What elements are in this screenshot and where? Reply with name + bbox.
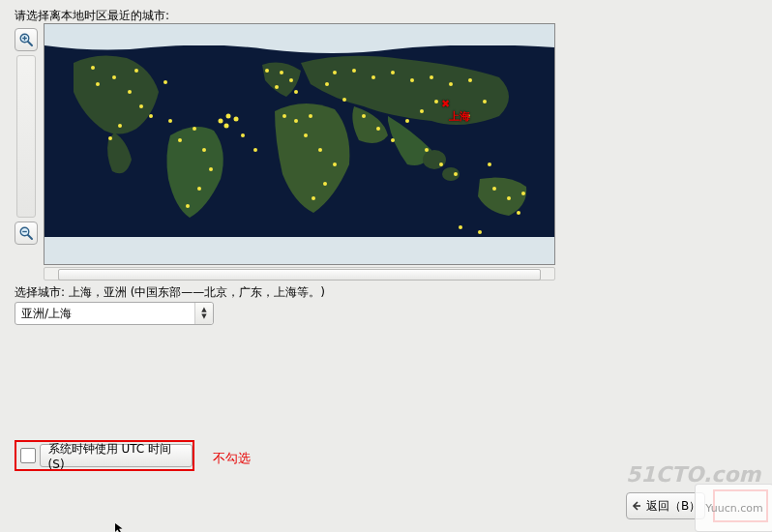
svg-point-57 (439, 163, 443, 166)
timezone-value: 亚洲/上海 (21, 306, 72, 322)
world-map[interactable]: ✖ 上海 (44, 23, 555, 265)
svg-point-41 (312, 196, 315, 200)
svg-point-56 (425, 148, 429, 152)
svg-point-52 (391, 138, 395, 142)
zoom-out-icon (18, 225, 34, 241)
svg-point-21 (202, 148, 206, 152)
utc-label: 系统时钟使用 UTC 时间(S) (48, 441, 184, 471)
svg-point-46 (410, 78, 414, 82)
svg-point-63 (517, 211, 520, 215)
svg-point-32 (275, 85, 279, 89)
select-spinner[interactable]: ▲ ▼ (194, 303, 213, 324)
scrollbar-thumb[interactable] (58, 269, 541, 281)
svg-point-66 (91, 66, 95, 70)
svg-point-20 (193, 127, 196, 131)
annotation-text: 不勾选 (213, 450, 251, 467)
svg-point-42 (333, 71, 337, 74)
svg-point-64 (478, 230, 482, 234)
svg-point-34 (282, 114, 286, 118)
svg-point-33 (294, 90, 298, 94)
svg-point-40 (323, 182, 327, 186)
selected-city-text: 选择城市: 上海，亚洲 (中国东部——北京，广东，上海等。) (15, 284, 325, 301)
svg-point-69 (241, 133, 245, 137)
world-map-svg (45, 24, 554, 264)
svg-point-51 (376, 127, 380, 131)
zoom-out-button[interactable] (15, 222, 38, 245)
svg-point-50 (362, 114, 366, 118)
svg-point-22 (209, 167, 213, 171)
svg-point-67 (134, 69, 138, 73)
svg-point-35 (294, 119, 298, 123)
svg-point-75 (163, 80, 167, 84)
svg-point-15 (139, 104, 143, 108)
svg-point-55 (434, 100, 438, 103)
svg-point-17 (118, 124, 122, 128)
svg-point-30 (280, 71, 283, 74)
svg-point-59 (488, 163, 491, 166)
svg-point-61 (507, 196, 511, 200)
svg-point-72 (325, 82, 329, 86)
watermark-51cto: 51CTO.com (626, 462, 760, 487)
svg-point-36 (309, 114, 312, 118)
svg-rect-9 (45, 237, 554, 264)
svg-point-65 (459, 225, 462, 229)
svg-point-14 (128, 90, 132, 94)
arrow-left-icon (631, 500, 642, 512)
svg-line-5 (28, 235, 32, 239)
back-button[interactable]: 返回（B） (626, 492, 705, 519)
svg-point-58 (454, 172, 458, 176)
utc-highlight-box: 系统时钟使用 UTC 时间(S) (15, 440, 194, 471)
svg-point-24 (186, 204, 190, 208)
svg-point-19 (178, 138, 182, 142)
svg-point-54 (420, 109, 424, 113)
svg-point-18 (108, 136, 112, 140)
svg-point-16 (149, 114, 153, 118)
zoom-in-button[interactable] (15, 28, 38, 51)
map-horizontal-scrollbar[interactable] (44, 267, 555, 281)
svg-point-25 (219, 119, 223, 124)
svg-point-47 (430, 75, 433, 79)
svg-point-53 (405, 119, 409, 123)
zoom-in-icon (18, 32, 34, 47)
svg-point-60 (492, 187, 496, 191)
zoom-slider-track[interactable] (16, 55, 36, 218)
svg-line-1 (28, 42, 32, 45)
chevron-down-icon: ▼ (201, 313, 206, 320)
utc-checkbox-label-button[interactable]: 系统时钟使用 UTC 时间(S) (40, 444, 193, 467)
svg-point-37 (304, 133, 308, 137)
svg-point-48 (449, 82, 453, 86)
svg-point-12 (96, 82, 100, 86)
svg-point-62 (521, 192, 525, 195)
svg-point-70 (253, 148, 257, 152)
timezone-select[interactable]: 亚洲/上海 ▲ ▼ (15, 302, 214, 325)
utc-checkbox[interactable] (20, 448, 36, 463)
svg-point-39 (333, 163, 337, 166)
svg-point-49 (468, 78, 472, 82)
svg-point-45 (391, 71, 395, 74)
svg-point-26 (226, 114, 231, 119)
svg-point-27 (234, 117, 239, 122)
svg-point-31 (289, 78, 293, 82)
svg-point-38 (318, 148, 322, 152)
svg-point-71 (342, 98, 346, 102)
svg-point-10 (423, 150, 446, 169)
svg-point-28 (224, 124, 229, 129)
svg-point-43 (352, 69, 356, 73)
selected-city-label: 上海 (449, 109, 470, 124)
svg-point-23 (197, 187, 201, 191)
svg-point-29 (265, 69, 269, 73)
next-button-highlight (713, 489, 768, 522)
svg-point-73 (483, 100, 487, 103)
mouse-cursor-icon (114, 522, 126, 532)
prompt-label: 请选择离本地时区最近的城市: (15, 8, 169, 24)
svg-point-44 (371, 75, 375, 79)
back-button-label: 返回（B） (646, 498, 700, 515)
svg-point-68 (168, 119, 172, 123)
svg-point-13 (112, 75, 116, 79)
map-area: ✖ 上海 (15, 23, 557, 279)
